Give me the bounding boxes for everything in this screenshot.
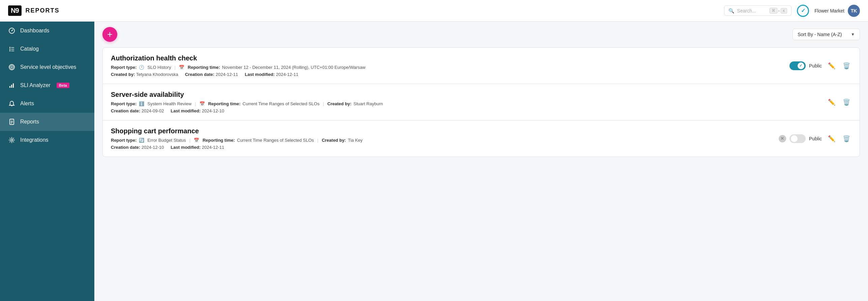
created-by-label-server: Created by: [328,101,352,106]
sidebar-item-reports[interactable]: Reports [0,113,94,131]
sidebar-item-integrations[interactable]: Integrations [0,131,94,149]
svg-rect-2 [9,47,10,48]
sidebar-label-alerts: Alerts [20,101,34,107]
edit-icon-server[interactable]: ✏️ [827,97,837,107]
search-placeholder: Search... [737,8,756,13]
svg-rect-5 [11,47,14,48]
search-icon: 🔍 [728,8,734,13]
search-box[interactable]: 🔍 Search... ⌘ + K [724,5,792,16]
svg-point-1 [11,30,12,31]
toggle-x-badge: ✕ [779,135,786,142]
delete-icon-shopping[interactable]: 🗑️ [841,134,851,144]
kbd-k: K [781,8,787,13]
creation-date-label-shopping: Creation date: [111,145,140,150]
user-info: Flower Market TK [814,5,860,17]
delete-icon-auth[interactable]: 🗑️ [841,61,851,71]
public-label-shopping: Public [809,136,822,141]
reporting-time-value-shopping: Current Time Ranges of Selected SLOs [237,138,314,143]
sidebar-label-integrations: Integrations [20,137,49,143]
sidebar-label-reports: Reports [20,119,39,125]
edit-icon-auth[interactable]: ✏️ [827,61,837,71]
check-symbol: ✓ [801,7,805,14]
last-modified-value-auth: 2024-12-11 [276,72,299,77]
topbar-left: N9 REPORTS [8,5,60,16]
main-toolbar: + Sort By - Name (A-Z) ▼ [94,22,868,47]
public-toggle-shopping[interactable] [789,134,806,143]
svg-rect-7 [11,51,14,51]
report-meta-server: Report type: ℹ️ System Health Review | 📅… [111,101,851,106]
toggle-knob-auth [798,62,804,69]
report-meta-row2-shopping: Creation date: 2024-12-10 Last modified:… [111,145,851,150]
chart-icon [8,82,16,89]
report-card-server: Server-side availability Report type: ℹ️… [102,84,860,120]
sidebar-item-slo[interactable]: Service level objectives [0,58,94,76]
created-by-value-shopping: Tia Key [348,138,363,143]
created-by-value-server: Stuart Rayburn [353,101,383,106]
report-type-value-shopping: Error Budget Status [148,138,186,143]
last-modified-label-server: Last modified: [171,108,201,113]
report-actions-server: ✏️ 🗑️ [827,97,851,107]
calendar-icon-auth: 📅 [179,65,184,70]
reporting-time-value-auth: November 12 - December 11, 2024 (Rolling… [222,65,365,70]
last-modified-label-auth: Last modified: [245,72,275,77]
gear-icon [8,136,16,144]
avatar[interactable]: TK [848,5,860,17]
created-by-label-shopping: Created by: [322,138,346,143]
reports-list: Authorization health check Report type: … [94,47,868,165]
sidebar-label-catalog: Catalog [20,46,39,52]
toggle-knob-shopping [791,135,798,142]
creation-date-value-shopping: 2024-12-10 [142,145,164,150]
report-type-label-server: Report type: [111,101,137,106]
main-content: + Sort By - Name (A-Z) ▼ Authorization h… [94,22,868,301]
list-icon [8,45,16,53]
created-by-value-auth: Tetyana Khodorovska [136,72,178,77]
workspace-name: Flower Market [814,8,844,13]
last-modified-value-shopping: 2024-12-11 [202,145,224,150]
report-meta-row2-auth: Created by: Tetyana Khodorovska Creation… [111,72,851,77]
info-icon: ℹ️ [139,101,144,106]
report-type-value-server: System Health Review [148,101,192,106]
report-meta-auth: Report type: 🕐 SLO History | 📅 Reporting… [111,65,851,70]
add-report-button[interactable]: + [102,27,117,42]
svg-point-10 [11,66,12,68]
svg-point-18 [11,139,13,141]
svg-rect-6 [11,49,14,50]
check-status-icon[interactable]: ✓ [797,5,809,17]
sidebar-item-dashboards[interactable]: Dashboards [0,22,94,40]
report-type-value-auth: SLO History [148,65,171,70]
target-icon [8,63,16,71]
toggle-container-auth: Public [789,61,822,70]
svg-rect-13 [13,83,14,88]
calendar-icon-shopping: 📅 [194,138,199,143]
sort-label: Sort By - Name (A-Z) [798,32,842,37]
sidebar: Dashboards Catalog [0,22,94,301]
report-title-server: Server-side availability [111,91,851,99]
report-type-label-auth: Report type: [111,65,137,70]
sync-icon: 🔄 [139,138,144,143]
topbar-right: 🔍 Search... ⌘ + K ✓ Flower Market TK [724,5,860,17]
report-title-shopping: Shopping cart performance [111,127,851,135]
calendar-icon-server: 📅 [199,101,205,106]
svg-rect-17 [11,123,12,124]
creation-date-label-auth: Creation date: [185,72,214,77]
sidebar-label-slo: Service level objectives [20,64,76,70]
reporting-time-label-auth: Reporting time: [188,65,220,70]
edit-icon-shopping[interactable]: ✏️ [827,134,837,144]
sidebar-item-catalog[interactable]: Catalog [0,40,94,58]
bell-icon [8,100,16,107]
report-title-auth: Authorization health check [111,54,851,62]
sidebar-item-alerts[interactable]: Alerts [0,94,94,113]
svg-rect-16 [11,122,13,122]
sort-dropdown[interactable]: Sort By - Name (A-Z) ▼ [793,29,860,40]
created-by-label-auth: Created by: [111,72,135,77]
creation-date-value-auth: 2024-12-11 [216,72,238,77]
svg-rect-15 [11,121,13,121]
sidebar-item-sli[interactable]: SLI Analyzer Beta [0,76,94,94]
last-modified-label-shopping: Last modified: [171,145,201,150]
last-modified-value-server: 2024-12-10 [202,108,224,113]
chevron-down-icon: ▼ [851,32,855,37]
creation-date-label-server: Creation date: [111,108,140,113]
toggle-container-shopping: ✕ Public [779,134,822,143]
public-toggle-auth[interactable] [789,61,806,70]
delete-icon-server[interactable]: 🗑️ [841,97,851,107]
